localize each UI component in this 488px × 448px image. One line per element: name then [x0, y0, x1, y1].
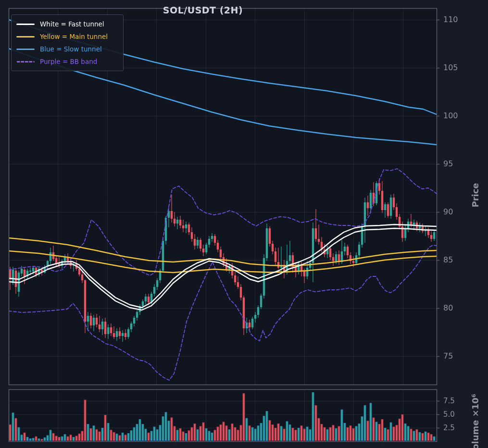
legend-item-label: White = Fast tunnel	[40, 20, 104, 28]
price-tick-label: 100	[443, 111, 458, 121]
price-tick-label: 80	[443, 303, 453, 313]
volume-tick-label: 5.0	[443, 410, 455, 419]
price-axis-label: Price	[470, 183, 480, 207]
chart-title: SOL/USDT (2H)	[163, 5, 243, 15]
price-tick-label: 110	[443, 15, 458, 25]
price-tick-label: 105	[443, 63, 458, 73]
legend-item-label: Purple = BB band	[40, 58, 97, 65]
legend-line-swatch	[16, 61, 35, 62]
legend-line-swatch	[16, 24, 35, 25]
legend-item-label: Blue = Slow tunnel	[40, 45, 102, 53]
legend-item-0: White = Fast tunnel	[16, 18, 118, 30]
price-tick-label: 85	[443, 255, 453, 265]
price-tick-label: 75	[443, 351, 453, 361]
legend-item-1: Yellow = Main tunnel	[16, 30, 118, 43]
legend-item-2: Blue = Slow tunnel	[16, 43, 118, 55]
legend-item-3: Purple = BB band	[16, 55, 118, 68]
price-tick-label: 95	[443, 159, 453, 169]
volume-tick-label: 7.5	[443, 397, 455, 405]
legend-item-label: Yellow = Main tunnel	[40, 33, 108, 40]
chart-figure: SOL/USDT (2H) White = Fast tunnelYellow …	[0, 0, 488, 448]
legend-line-swatch	[16, 49, 35, 50]
volume-tick-label: 2.5	[443, 423, 455, 432]
price-tick-label: 90	[443, 207, 453, 217]
volume-axis-label: Volume ×10⁶	[470, 394, 480, 448]
legend-line-swatch	[16, 36, 35, 37]
legend: White = Fast tunnelYellow = Main tunnelB…	[11, 14, 124, 71]
